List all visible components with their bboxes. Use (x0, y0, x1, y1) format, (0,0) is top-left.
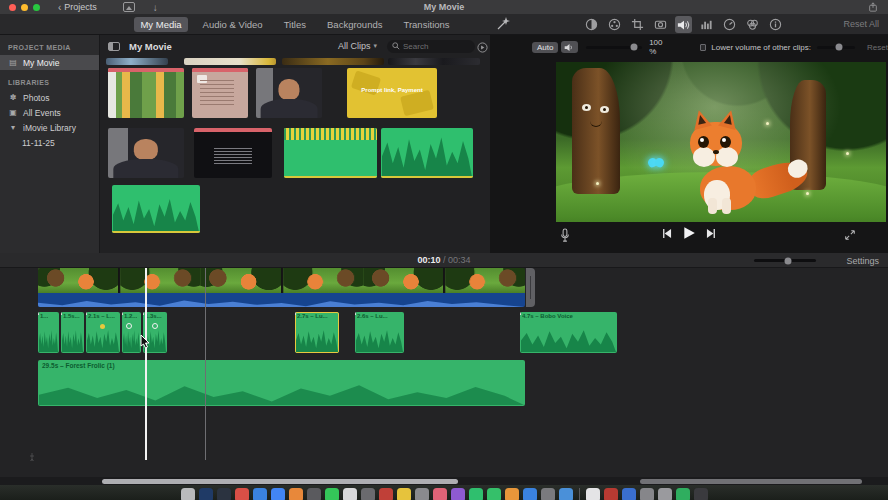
tab-audio-video[interactable]: Audio & Video (197, 17, 269, 32)
video-audio-waveform[interactable] (38, 293, 525, 307)
dock-app-icon[interactable] (487, 488, 501, 500)
share-icon[interactable] (868, 2, 878, 12)
tab-backgrounds[interactable]: Backgrounds (321, 17, 388, 32)
next-frame-button[interactable] (706, 228, 717, 239)
audio-clip-thumbnail[interactable] (284, 128, 377, 178)
noise-equalizer-icon[interactable] (698, 16, 715, 33)
speed-icon[interactable] (721, 16, 738, 33)
tab-titles[interactable]: Titles (278, 17, 312, 32)
audio-clip-thumbnail[interactable] (381, 128, 473, 178)
dock-app-icon[interactable] (622, 488, 636, 500)
dock-app-icon[interactable] (640, 488, 654, 500)
search-input[interactable] (403, 42, 465, 51)
sidebar-item-all-events[interactable]: ▣ All Events (0, 105, 99, 120)
dock-app-icon[interactable] (415, 488, 429, 500)
clip-thumbnail-partial[interactable] (282, 58, 384, 65)
dock-app-icon[interactable] (505, 488, 519, 500)
preview-video[interactable] (556, 62, 886, 222)
audio-clip[interactable]: 2.6s – Lu... (355, 312, 404, 353)
dock-app-icon[interactable] (253, 488, 267, 500)
dock-app-icon[interactable] (694, 488, 708, 500)
timeline-zoom-knob[interactable] (785, 257, 792, 264)
clip-thumbnail-promo[interactable]: Prompt link, Payment (347, 68, 437, 118)
dock-app-icon[interactable] (271, 488, 285, 500)
dock-app-icon[interactable] (469, 488, 483, 500)
autoplay-icon[interactable] (477, 42, 488, 53)
download-arrow-icon[interactable]: ↓ (153, 2, 158, 13)
scrollbar-thumb[interactable] (640, 479, 862, 484)
sidebar-item-photos[interactable]: ✽ Photos (0, 90, 99, 105)
clip-info-icon[interactable] (767, 16, 784, 33)
dock-app-icon[interactable] (325, 488, 339, 500)
audio-clip-bobo-voice[interactable]: 4.7s – Bobo Voice (520, 312, 617, 353)
clip-thumbnail-partial[interactable] (106, 58, 168, 65)
video-clip-filmstrip[interactable] (38, 268, 525, 293)
settings-button[interactable]: Settings (846, 256, 879, 266)
stabilization-icon[interactable] (652, 16, 669, 33)
timeline-zoom-slider[interactable] (754, 259, 816, 262)
volume-icon[interactable] (675, 16, 692, 33)
mute-speaker-button[interactable] (561, 41, 577, 53)
volume-slider-knob[interactable] (630, 44, 637, 51)
sidebar-item-imovie-library[interactable]: ▾ iMovie Library (0, 120, 99, 135)
playhead[interactable] (145, 268, 147, 460)
dock-app-icon[interactable] (289, 488, 303, 500)
dock-app-icon[interactable] (343, 488, 357, 500)
crop-icon[interactable] (629, 16, 646, 33)
music-clip[interactable]: 29.5s – Forest Frolic (1) (38, 360, 525, 406)
back-to-projects-button[interactable]: ‹ Projects (58, 2, 97, 13)
volume-slider[interactable] (586, 46, 642, 49)
zoom-button[interactable] (33, 4, 40, 11)
import-media-icon[interactable] (123, 2, 135, 12)
clip-thumbnail-partial[interactable] (388, 58, 480, 65)
dock-app-icon[interactable] (586, 488, 600, 500)
lower-volume-knob[interactable] (836, 44, 843, 51)
enhance-wand-icon[interactable] (496, 17, 510, 31)
dock-app-icon[interactable] (181, 488, 195, 500)
dock-app-icon[interactable] (451, 488, 465, 500)
dock-app-icon[interactable] (397, 488, 411, 500)
clip-thumbnail-screen-recording[interactable] (108, 68, 184, 118)
audio-clip[interactable]: 2.1s – L... (86, 312, 120, 353)
audio-clip[interactable]: 1... (38, 312, 59, 353)
dock-app-icon[interactable] (199, 488, 213, 500)
horizontal-scrollbar[interactable] (0, 477, 888, 485)
sidebar-item-event-11-11-25[interactable]: 11-11-25 (0, 135, 99, 150)
voiceover-mic-icon[interactable] (560, 228, 570, 243)
auto-volume-button[interactable]: Auto (532, 42, 558, 53)
fade-handle[interactable] (126, 323, 132, 329)
clip-thumbnail-terminal[interactable] (194, 128, 272, 178)
audio-clip-selected[interactable]: 2.7s – Lu... (295, 312, 339, 353)
clip-thumbnail-presenter[interactable] (108, 128, 184, 178)
filters-effects-icon[interactable] (744, 16, 761, 33)
lower-volume-checkbox[interactable] (700, 44, 707, 51)
dock-app-icon[interactable] (379, 488, 393, 500)
audio-clip[interactable]: 1.5s... (61, 312, 84, 353)
reset-all-button[interactable]: Reset All (843, 19, 879, 29)
previous-frame-button[interactable] (661, 228, 672, 239)
clip-trim-handle[interactable] (526, 268, 535, 307)
dock-app-icon[interactable] (658, 488, 672, 500)
dock-app-icon[interactable] (217, 488, 231, 500)
color-correction-icon[interactable] (606, 16, 623, 33)
dock-app-icon[interactable] (523, 488, 537, 500)
clip-thumbnail-presenter[interactable] (256, 68, 322, 118)
clip-filter-dropdown[interactable]: All Clips ▾ (338, 41, 377, 51)
dock-app-icon[interactable] (604, 488, 618, 500)
volume-reset-button[interactable]: Reset (867, 43, 888, 52)
dock-app-icon[interactable] (361, 488, 375, 500)
clip-thumbnail-document[interactable] (192, 68, 248, 118)
dock-app-icon[interactable] (307, 488, 321, 500)
fade-handle[interactable] (152, 323, 158, 329)
search-field[interactable] (387, 40, 475, 53)
fullscreen-icon[interactable] (844, 229, 856, 241)
dock-app-icon[interactable] (559, 488, 573, 500)
sidebar-toggle-icon[interactable] (108, 42, 120, 51)
sidebar-item-my-movie[interactable]: ▤ My Movie (0, 55, 99, 70)
color-balance-icon[interactable] (583, 16, 600, 33)
dock-app-icon[interactable] (433, 488, 447, 500)
tab-transitions[interactable]: Transitions (397, 17, 455, 32)
tab-my-media[interactable]: My Media (134, 17, 187, 32)
dock-app-icon[interactable] (676, 488, 690, 500)
clip-thumbnail-partial[interactable] (184, 58, 276, 65)
